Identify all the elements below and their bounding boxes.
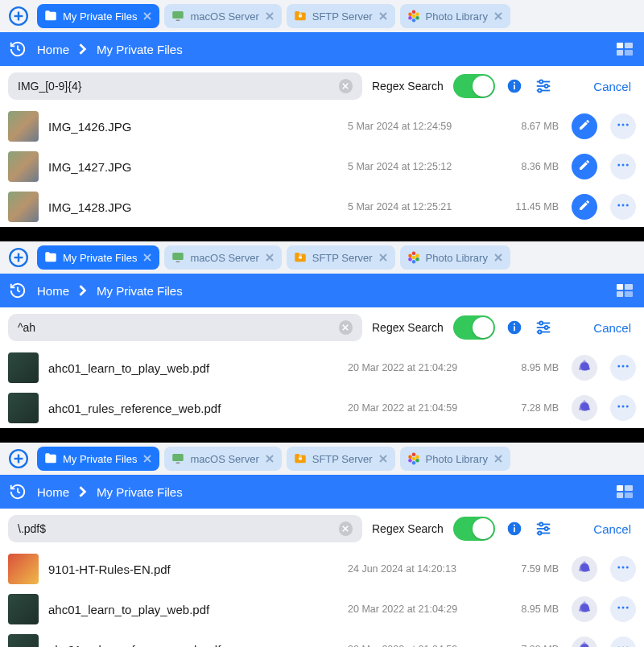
file-row[interactable]: ahc01_learn_to_play_web.pdf20 Mar 2022 a… (0, 348, 644, 388)
close-icon[interactable] (142, 10, 153, 22)
more-actions-button[interactable] (610, 113, 636, 139)
cancel-button[interactable]: Cancel (587, 522, 636, 536)
open-with-button[interactable] (572, 556, 597, 582)
view-grid-button[interactable] (613, 482, 636, 501)
view-grid-button[interactable] (613, 281, 636, 300)
regex-toggle[interactable] (453, 517, 495, 541)
open-with-button[interactable] (572, 395, 597, 421)
breadcrumb-current[interactable]: My Private Files (97, 43, 183, 56)
tab-label: SFTP Server (312, 252, 373, 264)
close-icon[interactable] (378, 252, 389, 263)
history-button[interactable] (8, 482, 27, 501)
add-tab-button[interactable] (5, 4, 32, 28)
more-actions-button[interactable] (610, 596, 636, 622)
edit-button[interactable] (572, 194, 597, 220)
close-icon[interactable] (264, 252, 275, 263)
tab-sftp server[interactable]: SFTP Server (287, 4, 395, 28)
close-icon[interactable] (264, 453, 275, 464)
more-actions-button[interactable] (610, 194, 636, 220)
file-row[interactable]: ahc01_learn_to_play_web.pdf20 Mar 2022 a… (0, 589, 644, 629)
tab-sftp server[interactable]: SFTP Server (287, 245, 395, 270)
breadcrumb-home[interactable]: Home (37, 485, 69, 499)
svg-point-105 (408, 455, 412, 459)
info-button[interactable] (505, 76, 524, 96)
close-icon[interactable] (493, 10, 504, 22)
filter-sliders-button[interactable] (534, 519, 553, 538)
close-icon[interactable] (264, 10, 275, 22)
file-row[interactable]: ahc01_rules_reference_web.pdf20 Mar 2022… (0, 388, 644, 428)
history-button[interactable] (8, 281, 27, 300)
close-icon[interactable] (142, 453, 153, 464)
view-grid-button[interactable] (613, 39, 636, 59)
file-row[interactable]: IMG_1428.JPG5 Mar 2024 at 12:25:2111.45 … (0, 187, 644, 227)
tab-my private files[interactable]: My Private Files (37, 4, 159, 28)
clear-search-button[interactable] (339, 320, 353, 335)
file-row[interactable]: ahc01_rules_reference_web.pdf20 Mar 2022… (0, 629, 644, 647)
info-button[interactable] (505, 519, 524, 538)
tab-photo library[interactable]: Photo Library (400, 4, 510, 28)
svg-point-103 (411, 461, 415, 465)
close-icon[interactable] (493, 252, 504, 263)
tab-label: macOS Server (190, 10, 258, 23)
regex-toggle[interactable] (453, 315, 495, 340)
search-input[interactable] (18, 321, 339, 334)
regex-toggle[interactable] (453, 74, 495, 98)
open-with-button[interactable] (572, 637, 597, 647)
file-row[interactable]: IMG_1427.JPG5 Mar 2024 at 12:25:128.36 M… (0, 146, 644, 187)
tab-my private files[interactable]: My Private Files (37, 447, 159, 471)
history-button[interactable] (8, 39, 27, 59)
file-name: ahc01_rules_reference_web.pdf (48, 402, 338, 415)
tab-sftp server[interactable]: SFTP Server (287, 447, 395, 471)
tab-my private files[interactable]: My Private Files (37, 245, 159, 270)
search-input[interactable] (18, 522, 339, 535)
more-actions-button[interactable] (610, 395, 636, 421)
breadcrumb-home[interactable]: Home (37, 284, 69, 298)
clear-search-button[interactable] (339, 79, 353, 93)
info-button[interactable] (505, 318, 524, 337)
tab-macos server[interactable]: macOS Server (164, 4, 281, 28)
edit-button[interactable] (572, 154, 597, 179)
tab-photo library[interactable]: Photo Library (400, 245, 510, 270)
tab-label: macOS Server (190, 252, 258, 264)
lock-folder-icon (293, 250, 308, 265)
svg-point-41 (626, 164, 629, 167)
close-icon[interactable] (142, 252, 153, 263)
file-row[interactable]: 9101-HT-Rules-EN.pdf24 Jun 2024 at 14:20… (0, 549, 644, 589)
regex-search-label: Regex Search (372, 80, 444, 93)
close-icon[interactable] (378, 453, 389, 464)
tab-photo library[interactable]: Photo Library (400, 447, 510, 471)
more-actions-button[interactable] (610, 637, 636, 647)
more-actions-button[interactable] (610, 154, 636, 179)
svg-point-16 (411, 19, 415, 23)
breadcrumb-current[interactable]: My Private Files (97, 485, 183, 499)
tab-label: Photo Library (426, 453, 488, 465)
svg-point-12 (411, 14, 415, 19)
filter-sliders-button[interactable] (534, 76, 553, 96)
filter-sliders-button[interactable] (534, 318, 553, 337)
add-tab-button[interactable] (5, 245, 32, 270)
close-icon[interactable] (493, 453, 504, 464)
cancel-button[interactable]: Cancel (587, 321, 636, 335)
file-row[interactable]: IMG_1426.JPG5 Mar 2024 at 12:24:598.67 M… (0, 106, 644, 146)
cancel-button[interactable]: Cancel (587, 80, 636, 93)
tab-macos server[interactable]: macOS Server (164, 245, 281, 270)
tab-macos server[interactable]: macOS Server (164, 447, 281, 471)
open-with-button[interactable] (572, 596, 597, 622)
search-input[interactable] (18, 80, 339, 93)
add-tab-button[interactable] (5, 447, 32, 471)
clear-search-button[interactable] (339, 521, 353, 536)
breadcrumb-current[interactable]: My Private Files (97, 284, 183, 298)
tab-label: SFTP Server (312, 10, 373, 23)
svg-rect-67 (625, 284, 633, 290)
svg-rect-50 (173, 253, 184, 260)
breadcrumb-home[interactable]: Home (37, 43, 69, 56)
more-actions-button[interactable] (610, 355, 636, 381)
more-actions-button[interactable] (610, 556, 636, 582)
open-with-button[interactable] (572, 355, 597, 381)
close-icon[interactable] (378, 10, 389, 22)
edit-button[interactable] (572, 113, 597, 139)
file-name: ahc01_learn_to_play_web.pdf (48, 361, 338, 375)
file-size: 11.45 MB (502, 201, 559, 212)
svg-rect-23 (617, 50, 623, 56)
search-row: Regex SearchCancel (0, 307, 644, 348)
